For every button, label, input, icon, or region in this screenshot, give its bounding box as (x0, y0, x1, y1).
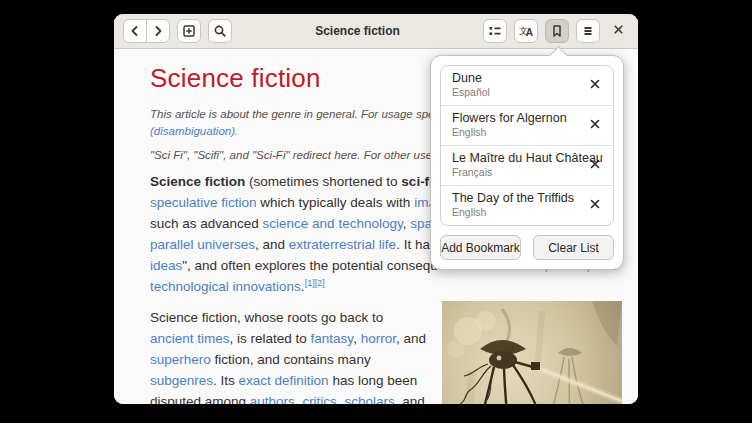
text-segment: Science fiction, whose roots go back to (150, 310, 383, 325)
close-icon (611, 22, 626, 40)
text-segment: , and (396, 331, 426, 346)
article-link[interactable]: speculative fiction (150, 195, 257, 210)
article-link[interactable]: extraterrestrial life (289, 237, 396, 252)
chevron-left-icon (127, 23, 143, 39)
remove-bookmark-button[interactable] (584, 74, 606, 96)
bookmark-language: English (452, 206, 574, 219)
text-segment: "Sci Fi", "Scifi", and "Sci-Fi" redirect… (150, 149, 466, 161)
window-title: Science fiction (239, 24, 476, 38)
remove-bookmark-button[interactable] (584, 194, 606, 216)
article-link[interactable]: ideas (150, 258, 182, 273)
text-segment: . Its (213, 373, 239, 388)
article-link[interactable]: fantasy (311, 331, 354, 346)
menu-button[interactable] (576, 19, 600, 43)
text-segment: Science fiction (150, 174, 245, 189)
article-link[interactable]: superhero (150, 352, 211, 367)
text-segment: fiction, and contains many (211, 352, 371, 367)
text-segment: , (353, 331, 361, 346)
history-button-group (123, 19, 170, 43)
clear-list-button[interactable]: Clear List (533, 235, 614, 260)
svg-text:A: A (526, 27, 533, 38)
popover-actions: Add Bookmark Clear List (440, 235, 614, 260)
remove-bookmark-button[interactable] (584, 154, 606, 176)
article-image-war-of-the-worlds-tripod (442, 301, 622, 404)
text-segment: (sometimes shortened to (245, 174, 401, 189)
headerbar: Science fiction 文A (114, 14, 638, 49)
search-button[interactable] (208, 19, 232, 43)
remove-bookmark-button[interactable] (584, 114, 606, 136)
bulleted-list-icon (487, 23, 503, 39)
close-icon (589, 158, 601, 173)
article-link[interactable]: scholars (344, 394, 394, 404)
hamburger-menu-icon (580, 23, 596, 39)
citation-link[interactable]: [2] (315, 278, 325, 288)
close-icon (589, 118, 601, 133)
close-icon (589, 198, 601, 213)
new-tab-button[interactable] (177, 19, 201, 43)
chevron-right-icon (150, 23, 166, 39)
bookmark-row[interactable]: Flowers for Algernon English (441, 106, 613, 146)
article-link[interactable]: science and technology (263, 216, 403, 231)
text-segment: , is related to (230, 331, 311, 346)
close-window-button[interactable] (607, 19, 629, 43)
citation-link[interactable]: [1] (305, 278, 315, 288)
new-tab-icon (181, 23, 197, 39)
article-link[interactable]: critics (302, 394, 337, 404)
bookmark-icon (549, 23, 565, 39)
languages-button[interactable]: 文A (514, 19, 538, 43)
bookmark-texts: Le Maître du Haut Château Français (452, 151, 584, 179)
forward-button[interactable] (146, 19, 170, 43)
bookmarks-list: Dune Español Flowers for Algernon Englis… (440, 65, 614, 226)
text-segment: which typically deals with (257, 195, 415, 210)
bookmark-title: Le Maître du Haut Château (452, 151, 584, 166)
article-link[interactable]: horror (361, 331, 396, 346)
article-link[interactable]: subgenres (150, 373, 213, 388)
bookmark-texts: Dune Español (452, 71, 490, 99)
toc-button[interactable] (483, 19, 507, 43)
bookmark-language: English (452, 126, 567, 139)
bookmark-title: The Day of the Triffids (452, 191, 574, 206)
article-link[interactable]: technological innovations (150, 279, 301, 294)
bookmark-row[interactable]: Dune Español (441, 66, 613, 106)
text-segment: , and (255, 237, 289, 252)
add-bookmark-button[interactable]: Add Bookmark (440, 235, 521, 260)
bookmark-language: Français (452, 166, 584, 179)
search-icon (212, 23, 228, 39)
bookmark-language: Español (452, 86, 490, 99)
bookmarks-popover: Dune Español Flowers for Algernon Englis… (430, 55, 624, 270)
bookmark-title: Dune (452, 71, 490, 86)
bookmark-row[interactable]: The Day of the Triffids English (441, 186, 613, 225)
article-link[interactable]: exact definition (239, 373, 329, 388)
bookmark-texts: The Day of the Triffids English (452, 191, 574, 219)
article-link[interactable]: authors (250, 394, 295, 404)
article-link[interactable]: ancient times (150, 331, 230, 346)
bookmark-title: Flowers for Algernon (452, 111, 567, 126)
article-link[interactable]: parallel universes (150, 237, 255, 252)
close-icon (589, 78, 601, 93)
text-segment: sci-fi (401, 174, 433, 189)
bookmarks-button[interactable] (545, 19, 569, 43)
translate-icon: 文A (518, 23, 534, 39)
desktop-background: { "header": { "title": "Science fiction"… (0, 0, 752, 423)
bookmark-texts: Flowers for Algernon English (452, 111, 567, 139)
back-button[interactable] (123, 19, 147, 43)
bookmark-row[interactable]: Le Maître du Haut Château Français (441, 146, 613, 186)
